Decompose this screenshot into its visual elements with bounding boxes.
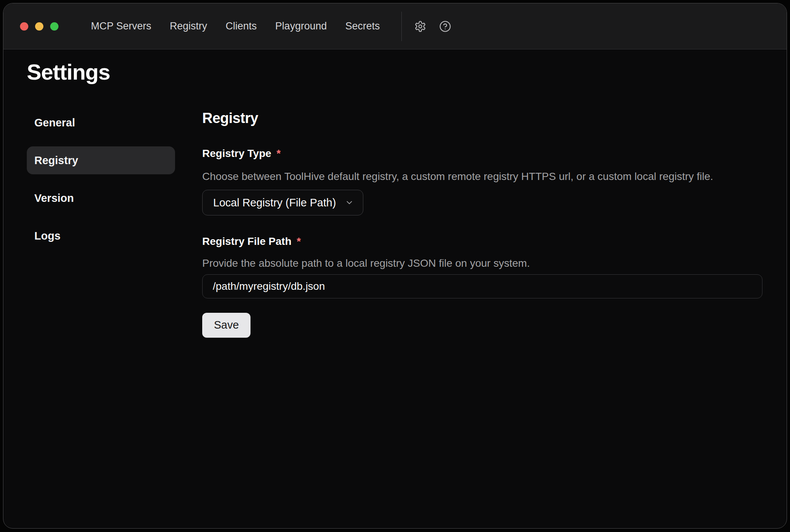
- traffic-lights: [20, 22, 58, 31]
- settings-gear-icon[interactable]: [414, 20, 427, 33]
- zoom-button[interactable]: [50, 22, 58, 31]
- registry-file-path-help-text: Provide the absolute path to a local reg…: [202, 256, 762, 271]
- close-button[interactable]: [20, 22, 28, 31]
- titlebar: MCP Servers Registry Clients Playground …: [3, 3, 787, 49]
- chevron-down-icon: [345, 198, 354, 207]
- section-heading: Registry: [202, 110, 762, 127]
- registry-type-help-text: Choose between ToolHive default registry…: [202, 169, 762, 184]
- settings-sidebar: General Registry Version Logs: [27, 109, 175, 260]
- save-button[interactable]: Save: [202, 313, 251, 338]
- registry-file-path-input[interactable]: [202, 274, 762, 298]
- registry-type-label-row: Registry Type *: [202, 146, 762, 161]
- required-asterisk: *: [297, 234, 301, 249]
- sidebar-item-logs[interactable]: Logs: [27, 222, 175, 250]
- help-icon[interactable]: [439, 20, 452, 33]
- nav-playground[interactable]: Playground: [275, 20, 327, 32]
- registry-type-label: Registry Type: [202, 146, 271, 161]
- top-nav: MCP Servers Registry Clients Playground …: [91, 20, 380, 32]
- titlebar-divider: [401, 12, 402, 41]
- nav-secrets[interactable]: Secrets: [345, 20, 380, 32]
- nav-clients[interactable]: Clients: [226, 20, 257, 32]
- required-asterisk: *: [277, 146, 281, 161]
- nav-registry[interactable]: Registry: [170, 20, 207, 32]
- sidebar-item-version[interactable]: Version: [27, 184, 175, 212]
- sidebar-item-general[interactable]: General: [27, 109, 175, 137]
- registry-settings-panel: Registry Registry Type * Choose between …: [202, 110, 762, 338]
- registry-type-select-value: Local Registry (File Path): [213, 197, 336, 209]
- page-title: Settings: [27, 60, 110, 84]
- registry-file-path-label: Registry File Path: [202, 234, 292, 249]
- minimize-button[interactable]: [35, 22, 43, 31]
- registry-type-select[interactable]: Local Registry (File Path): [202, 190, 363, 215]
- app-window: MCP Servers Registry Clients Playground …: [3, 3, 787, 529]
- registry-file-path-label-row: Registry File Path *: [202, 234, 762, 249]
- sidebar-item-registry[interactable]: Registry: [27, 146, 175, 174]
- nav-mcp-servers[interactable]: MCP Servers: [91, 20, 151, 32]
